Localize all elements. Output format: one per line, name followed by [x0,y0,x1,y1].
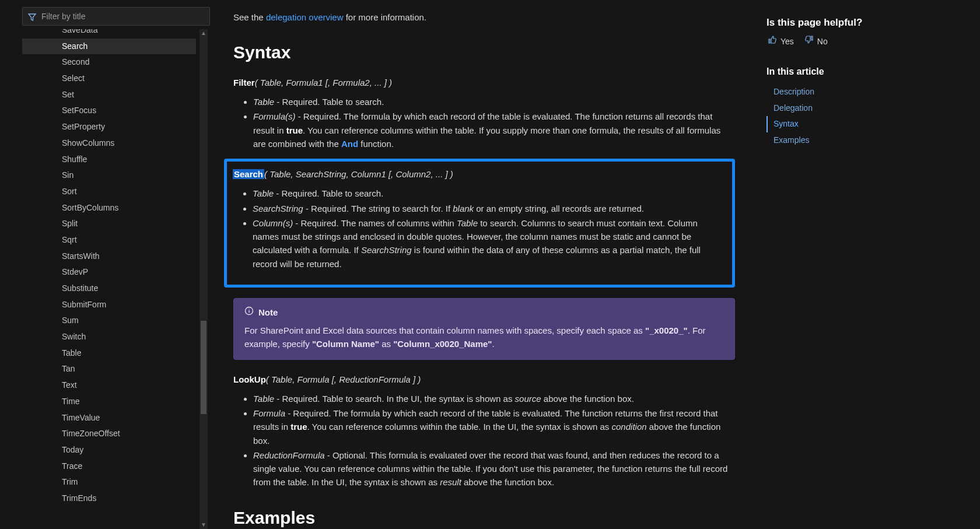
thumbs-down-icon [804,35,814,48]
lookup-signature: LookUp( Table, Formula [, ReductionFormu… [233,373,735,386]
sidebar-item-time[interactable]: Time [22,394,196,410]
nav-list: SaveDataSearchSecondSelectSetSetFocusSet… [22,29,200,529]
lookup-fn-name: LookUp [233,374,266,384]
filter-params: Table - Required. Table to search. Formu… [233,95,735,150]
note-box: Note For SharePoint and Excel data sourc… [233,298,735,360]
filter-sig-tail: ( Table, Formula1 [, Formula2, ... ] ) [255,78,392,87]
search-sig-tail: ( Table, SearchString, Column1 [, Column… [264,169,453,179]
sidebar-item-select[interactable]: Select [22,71,196,87]
sidebar-item-timezoneoffset[interactable]: TimeZoneOffset [22,426,196,442]
toc-item-delegation[interactable]: Delegation [766,100,966,117]
thumbs-up-icon [768,35,777,48]
sidebar-item-text[interactable]: Text [22,377,196,394]
filter-fn-name: Filter [233,78,255,87]
intro-suffix: for more information. [346,12,426,22]
lookup-param-formula: Formula - Required. The formula by which… [253,407,735,447]
sidebar-item-sin[interactable]: Sin [22,167,196,184]
yes-label: Yes [780,36,794,48]
search-params: Table - Required. Table to search. Searc… [233,187,724,271]
scroll-up-icon[interactable]: ▲ [200,29,208,37]
sidebar-item-sortbycolumns[interactable]: SortByColumns [22,200,196,216]
syntax-heading: Syntax [233,39,735,66]
scroll-thumb[interactable] [201,321,206,414]
page-layout: SaveDataSearchSecondSelectSetSetFocusSet… [0,0,980,529]
sidebar-item-today[interactable]: Today [22,442,196,458]
sidebar-item-startswith[interactable]: StartsWith [22,248,196,265]
sidebar: SaveDataSearchSecondSelectSetSetFocusSet… [0,3,208,529]
filter-param-table: Table - Required. Table to search. [253,95,735,108]
lookup-params: Table - Required. Table to search. In th… [233,392,735,489]
feedback-buttons: Yes No [768,35,966,48]
sidebar-item-savedata[interactable]: SaveData [22,29,196,38]
toc-list: DescriptionDelegationSyntaxExamples [766,84,966,149]
scroll-down-icon[interactable]: ▼ [200,521,208,529]
sidebar-item-setproperty[interactable]: SetProperty [22,119,196,135]
note-body: For SharePoint and Excel data sources th… [244,324,724,351]
svg-point-2 [249,309,249,309]
lookup-sig-tail: ( Table, Formula [, ReductionFormula ] ) [266,374,421,384]
examples-heading: Examples [233,505,735,530]
search-param-searchstring: SearchString - Required. The string to s… [253,202,724,215]
sidebar-item-split[interactable]: Split [22,216,196,232]
sidebar-item-sum[interactable]: Sum [22,313,196,329]
sidebar-item-showcolumns[interactable]: ShowColumns [22,135,196,152]
toc-item-syntax[interactable]: Syntax [766,116,966,132]
sidebar-item-set[interactable]: Set [22,87,196,103]
sidebar-item-setfocus[interactable]: SetFocus [22,103,196,119]
filter-input[interactable] [41,8,209,25]
sidebar-item-trimends[interactable]: TrimEnds [22,491,196,507]
sidebar-item-trace[interactable]: Trace [22,458,196,475]
sidebar-item-table[interactable]: Table [22,345,196,362]
toc-title: In this article [766,65,966,79]
nav-scroll: SaveDataSearchSecondSelectSetSetFocusSet… [22,29,208,529]
delegation-overview-link[interactable]: delegation overview [266,12,344,22]
sidebar-item-shuffle[interactable]: Shuffle [22,152,196,168]
toc-item-description[interactable]: Description [766,84,966,100]
search-signature: Search( Table, SearchString, Column1 [, … [233,167,724,181]
sidebar-item-stdevp[interactable]: StdevP [22,264,196,281]
toc-item-examples[interactable]: Examples [766,132,966,149]
feedback-no-button[interactable]: No [804,35,828,48]
sidebar-item-sort[interactable]: Sort [22,184,196,200]
search-param-table: Table - Required. Table to search. [253,187,724,200]
sidebar-scrollbar[interactable]: ▲ ▼ [200,29,208,529]
lookup-param-table: Table - Required. Table to search. In th… [253,392,735,405]
filter-param-formula: Formula(s) - Required. The formula by wh… [253,110,735,150]
search-highlight-box: Search( Table, SearchString, Column1 [, … [224,159,735,288]
sidebar-item-submitform[interactable]: SubmitForm [22,297,196,313]
filter-signature: Filter( Table, Formula1 [, Formula2, ...… [233,76,735,89]
sidebar-item-search[interactable]: Search [22,38,196,55]
sidebar-item-sqrt[interactable]: Sqrt [22,232,196,248]
sidebar-item-trim[interactable]: Trim [22,474,196,491]
lookup-param-reduction: ReductionFormula - Optional. This formul… [253,449,735,489]
search-fn-name: Search [233,169,264,179]
and-link[interactable]: And [341,139,358,149]
filter-wrap [0,3,208,29]
filter-icon [27,12,37,21]
feedback-yes-button[interactable]: Yes [768,35,794,48]
info-icon [244,306,254,319]
sidebar-item-switch[interactable]: Switch [22,329,196,345]
sidebar-item-tan[interactable]: Tan [22,361,196,377]
note-header: Note [244,306,724,319]
sidebar-item-second[interactable]: Second [22,54,196,71]
note-title: Note [258,306,278,319]
search-param-columns: Column(s) - Required. The names of colum… [253,216,724,271]
main-content: See the delegation overview for more inf… [208,3,752,529]
sidebar-item-timevalue[interactable]: TimeValue [22,410,196,426]
helpful-title: Is this page helpful? [766,15,966,30]
sidebar-item-substitute[interactable]: Substitute [22,281,196,297]
filter-input-container[interactable] [22,7,210,26]
right-rail: Is this page helpful? Yes No In thi [752,3,980,529]
intro-prefix: See the [233,12,266,22]
intro-paragraph: See the delegation overview for more inf… [233,10,735,24]
no-label: No [817,36,828,48]
